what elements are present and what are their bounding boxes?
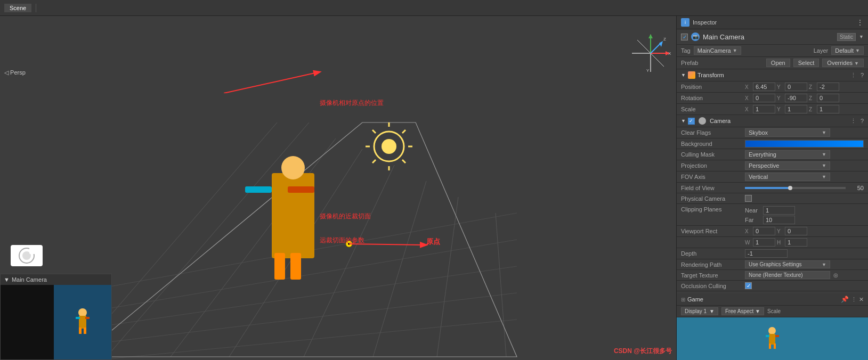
pos-x-input[interactable]: [753, 83, 775, 91]
camera-menu[interactable]: ⋮: [850, 118, 856, 125]
static-dropdown-arrow[interactable]: ▼: [859, 34, 864, 39]
svg-rect-61: [775, 335, 779, 337]
scale-y-input[interactable]: [785, 105, 807, 113]
svg-text:Z: Z: [663, 37, 666, 42]
target-texture-dropdown[interactable]: None (Render Texture): [745, 271, 830, 279]
static-badge[interactable]: Static: [837, 33, 856, 41]
scale-label: Scale: [767, 308, 781, 314]
tag-dropdown[interactable]: MainCamera ▼: [694, 46, 741, 55]
fov-slider-fill: [745, 187, 790, 189]
game-icon: ⊞: [681, 297, 685, 302]
culling-mask-label: Culling Mask: [681, 151, 745, 158]
camera-preview-header: ▼ Main Camera: [1, 274, 111, 285]
game-title: Game: [687, 296, 839, 302]
rendering-path-dropdown[interactable]: Use Graphics Settings ▼: [745, 260, 830, 268]
tag-label: Tag: [681, 47, 691, 54]
far-value-input[interactable]: [763, 216, 795, 224]
fov-axis-value: Vertical ▼: [745, 173, 864, 181]
pos-y-input[interactable]: [785, 83, 807, 91]
scale-z-input[interactable]: [817, 105, 839, 113]
svg-point-58: [768, 327, 776, 334]
background-row: Background: [677, 138, 868, 149]
layer-dropdown[interactable]: Default ▼: [831, 46, 864, 55]
rot-z-input[interactable]: [817, 94, 839, 102]
transform-help[interactable]: ?: [861, 72, 864, 78]
clear-flags-dropdown[interactable]: Skybox ▼: [745, 128, 830, 137]
depth-input[interactable]: [745, 249, 788, 258]
game-pin[interactable]: 📌: [841, 296, 849, 303]
camera-preview-body: [1, 285, 111, 359]
transform-menu[interactable]: ⋮: [850, 72, 856, 79]
pos-z-input[interactable]: [817, 83, 839, 91]
background-color-field[interactable]: [745, 140, 864, 148]
rot-x-label: X: [745, 95, 751, 101]
projection-label: Projection: [681, 162, 745, 169]
svg-rect-30: [274, 253, 285, 280]
camera-enabled-checkbox[interactable]: [688, 118, 695, 125]
game-preview-character: [766, 325, 779, 352]
target-texture-select[interactable]: ◎: [833, 272, 838, 278]
rendering-path-arrow: ▼: [822, 262, 826, 267]
fov-slider-container[interactable]: 50: [745, 185, 864, 191]
preview-black-area: [1, 285, 54, 359]
fov-axis-dropdown[interactable]: Vertical ▼: [745, 173, 830, 181]
display-dropdown[interactable]: Display 1 ▼: [681, 307, 718, 315]
nav-cube[interactable]: Y X Z: [629, 32, 672, 75]
preview-game-area: [54, 285, 111, 359]
clear-flags-row: Clear Flags Skybox ▼: [677, 127, 868, 138]
svg-rect-29: [288, 186, 314, 193]
prefab-overrides-button[interactable]: Overrides ▼: [822, 59, 864, 67]
object-active-checkbox[interactable]: [681, 34, 688, 40]
prefab-select-button[interactable]: Select: [793, 59, 820, 67]
projection-dropdown[interactable]: Perspective ▼: [745, 161, 830, 170]
position-row: Position X Y Z: [677, 81, 868, 93]
near-value-input[interactable]: [763, 206, 795, 215]
svg-point-27: [281, 156, 305, 179]
svg-rect-55: [85, 317, 90, 319]
vp-y-input[interactable]: [785, 227, 807, 235]
transform-toggle: ▼: [681, 72, 686, 78]
prefab-row: Prefab Open Select Overrides ▼: [677, 57, 868, 69]
transform-icon: [688, 71, 695, 79]
scale-label: Scale: [681, 106, 745, 112]
vp-w-label: W: [745, 240, 751, 246]
svg-rect-54: [76, 317, 80, 319]
fov-value-text[interactable]: 50: [848, 185, 864, 191]
inspector-body: 📷 Main Camera Static ▼ Tag MainCamera ▼ …: [677, 29, 868, 360]
fov-slider-thumb[interactable]: [788, 186, 792, 190]
rot-y-input[interactable]: [785, 94, 807, 102]
depth-label: Depth: [681, 250, 745, 257]
physical-camera-checkbox[interactable]: [745, 195, 752, 202]
tag-arrow: ▼: [733, 48, 737, 53]
culling-mask-dropdown[interactable]: Everything ▼: [745, 150, 830, 159]
prefab-open-button[interactable]: Open: [766, 59, 790, 67]
viewport-wh-value: W H: [745, 238, 864, 247]
vp-w-input[interactable]: [753, 238, 775, 247]
transform-section-header[interactable]: ▼ Transform ⋮ ?: [677, 69, 868, 81]
prefab-label: Prefab: [681, 60, 698, 66]
game-section-header[interactable]: ⊞ Game 📌 ⋮ ✕: [677, 293, 868, 306]
projection-value: Perspective ▼: [745, 161, 864, 170]
vp-h-input[interactable]: [785, 238, 807, 247]
vp-x-input[interactable]: [753, 227, 775, 235]
camera-section-header[interactable]: ▼ Camera ⋮ ?: [677, 115, 868, 127]
inspector-menu[interactable]: ⋮: [856, 18, 864, 27]
scene-tab[interactable]: Scene: [4, 4, 31, 12]
fov-row: Field of View 50: [677, 183, 868, 193]
game-menu[interactable]: ⋮: [851, 296, 857, 303]
position-xyz: X Y Z: [745, 83, 839, 91]
scene-view[interactable]: Shaded ▼ 2D 💡 🔊 ✦ 👁 ⤢ 📷 Gizmos ▼ All: [0, 16, 676, 360]
fov-slider-track[interactable]: [745, 187, 846, 189]
scale-x-input[interactable]: [753, 105, 775, 113]
occlusion-culling-checkbox[interactable]: ✓: [745, 282, 752, 289]
target-texture-value: None (Render Texture) ◎: [745, 271, 864, 279]
aspect-dropdown[interactable]: Free Aspect ▼: [721, 307, 764, 315]
rendering-path-row: Rendering Path Use Graphics Settings ▼: [677, 259, 868, 270]
svg-rect-53: [79, 316, 86, 329]
object-name[interactable]: Main Camera: [703, 33, 834, 41]
game-close[interactable]: ✕: [859, 296, 864, 303]
game-view-preview: [677, 317, 868, 360]
camera-help[interactable]: ?: [861, 118, 864, 124]
preview-character: [75, 306, 91, 338]
rot-x-input[interactable]: [753, 94, 775, 102]
